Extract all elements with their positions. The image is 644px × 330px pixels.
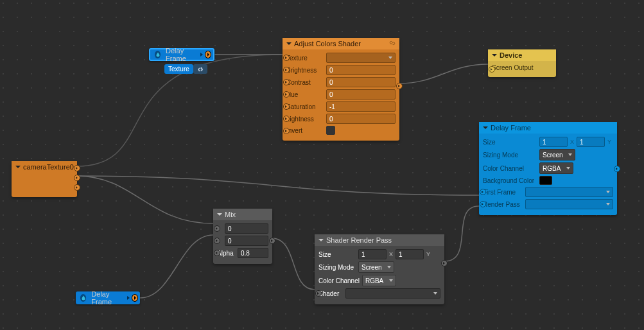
hue-field[interactable] <box>326 89 396 100</box>
output-port[interactable] <box>396 83 403 89</box>
color-channel-select[interactable]: RGBA <box>362 275 396 286</box>
sizing-mode-select[interactable]: Screen <box>539 149 575 161</box>
node-header[interactable]: Device <box>488 49 556 61</box>
input-port-alpha[interactable] <box>214 250 220 256</box>
prop-label: Screen Output <box>492 64 533 71</box>
selection-badges: Texture <box>164 64 207 74</box>
badge-texture[interactable]: Texture <box>164 64 193 74</box>
chevron-down-icon <box>127 296 130 300</box>
node-header[interactable]: cameraTexture0 <box>12 161 77 173</box>
alpha-field[interactable] <box>238 248 268 258</box>
node-header[interactable]: Adjust Colors Shader <box>283 38 399 49</box>
output-port-2[interactable] <box>74 184 80 191</box>
input-port-brightness[interactable] <box>283 67 290 73</box>
prop-label: Texture <box>286 55 324 62</box>
node-title: Delay Frame <box>491 124 531 132</box>
axis-y-label: Y <box>606 139 613 145</box>
input-port-saturation[interactable] <box>283 103 290 110</box>
size-y-field[interactable] <box>577 137 605 147</box>
node-shader-render-pass[interactable]: Shader Render Pass Size X Y Sizing Mode … <box>315 234 444 304</box>
axis-y-label: Y <box>425 251 431 257</box>
mix-input-b[interactable] <box>225 236 268 246</box>
output-port-0[interactable] <box>74 165 80 171</box>
output-port[interactable] <box>441 260 448 266</box>
contrast-field[interactable] <box>326 77 396 87</box>
node-title: Mix <box>225 211 236 218</box>
input-port-lightness[interactable] <box>283 116 290 122</box>
first-frame-field[interactable] <box>525 187 613 197</box>
node-delay-frame-pill-top[interactable]: Delay Frame <box>149 48 214 61</box>
input-port-hue[interactable] <box>283 91 290 98</box>
input-port-invert[interactable] <box>283 128 290 134</box>
input-port-first-frame[interactable] <box>480 189 486 195</box>
node-title: cameraTexture0 <box>23 163 74 171</box>
axis-x-label: X <box>388 251 394 257</box>
color-channel-select[interactable]: RGBA <box>539 162 573 174</box>
sizing-mode-select[interactable]: Screen <box>358 261 394 273</box>
mix-input-a[interactable] <box>225 223 268 234</box>
pill-label: Delay Frame <box>163 47 198 62</box>
size-x-field[interactable] <box>539 137 568 147</box>
node-graph-canvas[interactable]: Delay Frame Texture Adjust Colors Shader… <box>0 0 644 330</box>
input-port-render-pass[interactable] <box>480 201 486 207</box>
render-pass-field[interactable] <box>525 199 613 209</box>
shader-field[interactable] <box>345 288 440 299</box>
input-port-shader[interactable] <box>315 290 322 297</box>
droplet-icon <box>155 51 161 58</box>
output-port-1[interactable] <box>74 175 80 181</box>
saturation-field[interactable] <box>326 101 396 112</box>
size-y-field[interactable] <box>396 249 424 259</box>
lightness-field[interactable] <box>326 114 396 124</box>
gear-icon[interactable] <box>193 64 207 74</box>
node-device[interactable]: Device Screen Output <box>488 49 556 77</box>
node-mix[interactable]: Mix Alpha <box>213 209 272 264</box>
output-port[interactable] <box>269 238 275 244</box>
node-delay-frame-pill-bottom[interactable]: Delay Frame <box>76 291 140 304</box>
node-title: Adjust Colors Shader <box>294 40 361 48</box>
link-icon[interactable] <box>389 40 396 48</box>
input-port-texture[interactable] <box>283 55 290 61</box>
node-header[interactable]: Shader Render Pass <box>315 234 444 246</box>
output-port[interactable] <box>205 51 211 58</box>
texture-field[interactable] <box>326 53 396 63</box>
invert-checkbox[interactable] <box>326 126 335 135</box>
input-port-contrast[interactable] <box>283 79 290 85</box>
node-delay-frame[interactable]: Delay Frame Size X Y Sizing Mode Screen … <box>479 122 617 215</box>
axis-x-label: X <box>569 139 575 145</box>
pill-label: Delay Frame <box>89 290 125 306</box>
input-port-screen-output[interactable] <box>489 66 495 73</box>
node-header[interactable]: Mix <box>213 209 272 220</box>
chevron-down-icon <box>200 53 203 56</box>
output-port[interactable] <box>614 166 620 172</box>
input-port-a[interactable] <box>214 225 220 232</box>
node-header[interactable]: Delay Frame <box>479 122 617 134</box>
input-port-b[interactable] <box>214 238 220 244</box>
brightness-field[interactable] <box>326 65 396 75</box>
size-x-field[interactable] <box>358 249 387 259</box>
node-camera-texture[interactable]: cameraTexture0 <box>12 161 77 197</box>
droplet-icon <box>80 294 86 302</box>
node-adjust-colors-shader[interactable]: Adjust Colors Shader Texture Brightness … <box>283 38 399 141</box>
output-port[interactable] <box>132 294 138 302</box>
bg-color-swatch[interactable] <box>539 176 552 185</box>
node-title: Device <box>500 51 522 59</box>
node-title: Shader Render Pass <box>326 236 392 244</box>
